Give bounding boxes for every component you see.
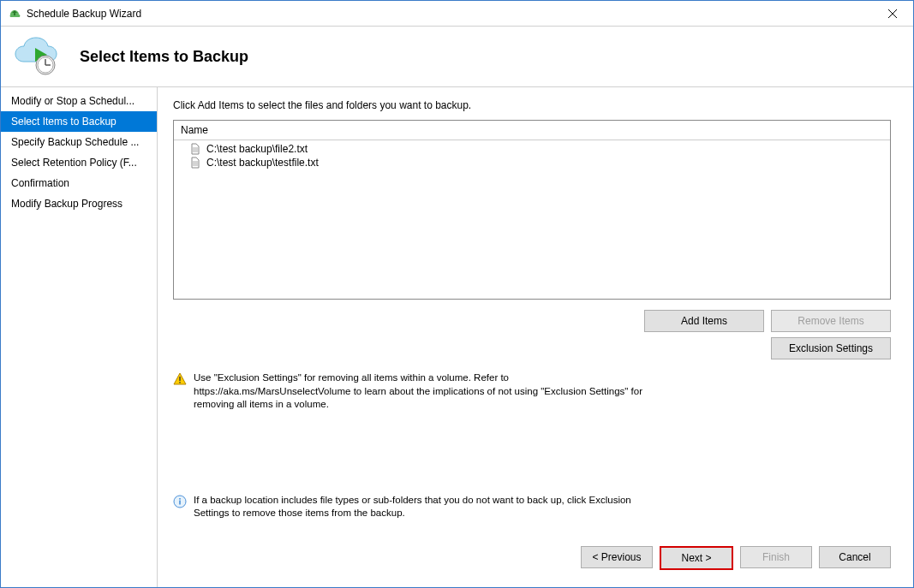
wizard-nav-buttons: < Previous Next > Finish Cancel [581, 546, 891, 570]
wizard-body: Modify or Stop a Schedul... Select Items… [1, 86, 913, 587]
previous-button[interactable]: < Previous [581, 546, 653, 568]
step-specify-schedule[interactable]: Specify Backup Schedule ... [1, 132, 157, 152]
wizard-header: Select Items to Backup [1, 27, 913, 86]
svg-rect-4 [179, 377, 180, 381]
file-icon [189, 157, 201, 169]
exclusion-settings-button[interactable]: Exclusion Settings [771, 337, 891, 359]
list-item[interactable]: C:\test backup\file2.txt [174, 142, 890, 156]
warning-message: Use "Exclusion Settings" for removing al… [173, 371, 653, 412]
svg-rect-5 [179, 382, 180, 383]
wizard-steps-sidebar: Modify or Stop a Schedul... Select Items… [1, 87, 158, 587]
app-icon [8, 7, 21, 21]
step-modify-stop[interactable]: Modify or Stop a Schedul... [1, 91, 157, 111]
titlebar: Schedule Backup Wizard [1, 1, 913, 27]
step-select-items[interactable]: Select Items to Backup [1, 111, 157, 132]
wizard-content: Click Add Items to select the files and … [158, 87, 913, 587]
info-icon [173, 495, 187, 508]
item-buttons-row2: Exclusion Settings [173, 337, 891, 359]
cloud-backup-icon [11, 36, 63, 77]
remove-items-button: Remove Items [771, 310, 891, 332]
step-confirmation[interactable]: Confirmation [1, 173, 157, 193]
svg-rect-7 [179, 500, 181, 504]
page-title: Select Items to Backup [80, 48, 248, 66]
item-path: C:\test backup\file2.txt [206, 143, 308, 155]
close-button[interactable] [875, 2, 910, 26]
step-retention-policy[interactable]: Select Retention Policy (F... [1, 152, 157, 173]
cancel-button[interactable]: Cancel [819, 546, 891, 568]
info-text: If a backup location includes file types… [194, 494, 653, 520]
file-icon [189, 143, 201, 155]
wizard-window: Schedule Backup Wizard Select Items to B… [0, 0, 914, 588]
warning-text: Use "Exclusion Settings" for removing al… [194, 371, 653, 412]
svg-rect-8 [179, 498, 181, 500]
list-item[interactable]: C:\test backup\testfile.txt [174, 156, 890, 169]
warning-icon [173, 372, 187, 386]
info-message: If a backup location includes file types… [173, 494, 653, 520]
list-body: C:\test backup\file2.txt C:\test backup\… [174, 140, 890, 171]
list-column-name[interactable]: Name [174, 121, 890, 140]
next-button[interactable]: Next > [660, 546, 733, 570]
item-path: C:\test backup\testfile.txt [206, 157, 319, 169]
window-title: Schedule Backup Wizard [27, 8, 875, 20]
finish-button: Finish [740, 546, 812, 568]
instruction-text: Click Add Items to select the files and … [173, 99, 891, 111]
items-listbox[interactable]: Name C:\test backup\file2.txt C:\test ba… [173, 120, 891, 300]
step-modify-progress[interactable]: Modify Backup Progress [1, 193, 157, 214]
item-buttons-row1: Add Items Remove Items [173, 310, 891, 332]
add-items-button[interactable]: Add Items [644, 310, 764, 332]
